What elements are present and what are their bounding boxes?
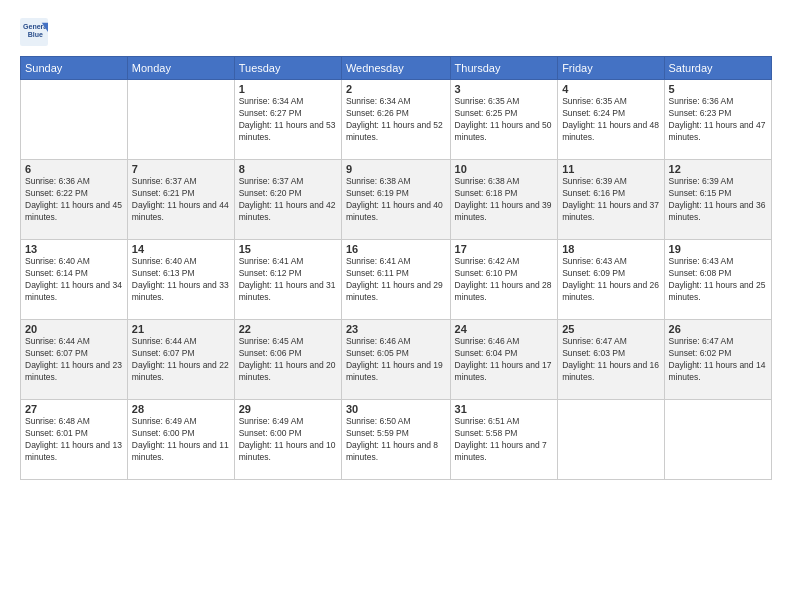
calendar-cell: 10Sunrise: 6:38 AM Sunset: 6:18 PM Dayli… xyxy=(450,160,558,240)
page-header: General Blue xyxy=(20,18,772,46)
day-number: 18 xyxy=(562,243,659,255)
calendar-cell: 16Sunrise: 6:41 AM Sunset: 6:11 PM Dayli… xyxy=(341,240,450,320)
svg-text:Blue: Blue xyxy=(28,31,43,38)
calendar-cell: 8Sunrise: 6:37 AM Sunset: 6:20 PM Daylig… xyxy=(234,160,341,240)
calendar-cell: 30Sunrise: 6:50 AM Sunset: 5:59 PM Dayli… xyxy=(341,400,450,480)
day-info: Sunrise: 6:44 AM Sunset: 6:07 PM Dayligh… xyxy=(25,336,123,384)
day-number: 28 xyxy=(132,403,230,415)
day-info: Sunrise: 6:37 AM Sunset: 6:20 PM Dayligh… xyxy=(239,176,337,224)
calendar-cell: 14Sunrise: 6:40 AM Sunset: 6:13 PM Dayli… xyxy=(127,240,234,320)
day-number: 5 xyxy=(669,83,767,95)
day-info: Sunrise: 6:36 AM Sunset: 6:23 PM Dayligh… xyxy=(669,96,767,144)
day-info: Sunrise: 6:34 AM Sunset: 6:26 PM Dayligh… xyxy=(346,96,446,144)
day-number: 30 xyxy=(346,403,446,415)
day-info: Sunrise: 6:46 AM Sunset: 6:04 PM Dayligh… xyxy=(455,336,554,384)
calendar-cell: 13Sunrise: 6:40 AM Sunset: 6:14 PM Dayli… xyxy=(21,240,128,320)
day-number: 11 xyxy=(562,163,659,175)
day-info: Sunrise: 6:34 AM Sunset: 6:27 PM Dayligh… xyxy=(239,96,337,144)
logo-icon: General Blue xyxy=(20,18,48,46)
weekday-header: Thursday xyxy=(450,57,558,80)
calendar-cell: 27Sunrise: 6:48 AM Sunset: 6:01 PM Dayli… xyxy=(21,400,128,480)
day-number: 26 xyxy=(669,323,767,335)
day-info: Sunrise: 6:38 AM Sunset: 6:18 PM Dayligh… xyxy=(455,176,554,224)
calendar-cell: 18Sunrise: 6:43 AM Sunset: 6:09 PM Dayli… xyxy=(558,240,664,320)
day-info: Sunrise: 6:35 AM Sunset: 6:25 PM Dayligh… xyxy=(455,96,554,144)
calendar-cell xyxy=(21,80,128,160)
day-number: 8 xyxy=(239,163,337,175)
day-number: 14 xyxy=(132,243,230,255)
calendar-cell: 22Sunrise: 6:45 AM Sunset: 6:06 PM Dayli… xyxy=(234,320,341,400)
day-info: Sunrise: 6:40 AM Sunset: 6:14 PM Dayligh… xyxy=(25,256,123,304)
day-info: Sunrise: 6:39 AM Sunset: 6:15 PM Dayligh… xyxy=(669,176,767,224)
day-number: 31 xyxy=(455,403,554,415)
calendar-cell: 17Sunrise: 6:42 AM Sunset: 6:10 PM Dayli… xyxy=(450,240,558,320)
day-number: 7 xyxy=(132,163,230,175)
day-number: 2 xyxy=(346,83,446,95)
calendar-week-row: 1Sunrise: 6:34 AM Sunset: 6:27 PM Daylig… xyxy=(21,80,772,160)
calendar-cell: 15Sunrise: 6:41 AM Sunset: 6:12 PM Dayli… xyxy=(234,240,341,320)
day-info: Sunrise: 6:35 AM Sunset: 6:24 PM Dayligh… xyxy=(562,96,659,144)
calendar-cell: 3Sunrise: 6:35 AM Sunset: 6:25 PM Daylig… xyxy=(450,80,558,160)
day-info: Sunrise: 6:49 AM Sunset: 6:00 PM Dayligh… xyxy=(132,416,230,464)
calendar-week-row: 20Sunrise: 6:44 AM Sunset: 6:07 PM Dayli… xyxy=(21,320,772,400)
calendar-week-row: 6Sunrise: 6:36 AM Sunset: 6:22 PM Daylig… xyxy=(21,160,772,240)
calendar-cell: 19Sunrise: 6:43 AM Sunset: 6:08 PM Dayli… xyxy=(664,240,771,320)
day-info: Sunrise: 6:47 AM Sunset: 6:02 PM Dayligh… xyxy=(669,336,767,384)
calendar-cell: 23Sunrise: 6:46 AM Sunset: 6:05 PM Dayli… xyxy=(341,320,450,400)
day-info: Sunrise: 6:41 AM Sunset: 6:11 PM Dayligh… xyxy=(346,256,446,304)
day-info: Sunrise: 6:44 AM Sunset: 6:07 PM Dayligh… xyxy=(132,336,230,384)
calendar-cell: 28Sunrise: 6:49 AM Sunset: 6:00 PM Dayli… xyxy=(127,400,234,480)
calendar-cell: 26Sunrise: 6:47 AM Sunset: 6:02 PM Dayli… xyxy=(664,320,771,400)
day-number: 9 xyxy=(346,163,446,175)
day-number: 17 xyxy=(455,243,554,255)
day-info: Sunrise: 6:46 AM Sunset: 6:05 PM Dayligh… xyxy=(346,336,446,384)
day-info: Sunrise: 6:36 AM Sunset: 6:22 PM Dayligh… xyxy=(25,176,123,224)
calendar-week-row: 27Sunrise: 6:48 AM Sunset: 6:01 PM Dayli… xyxy=(21,400,772,480)
calendar-table: SundayMondayTuesdayWednesdayThursdayFrid… xyxy=(20,56,772,480)
day-number: 16 xyxy=(346,243,446,255)
day-number: 19 xyxy=(669,243,767,255)
calendar-cell: 9Sunrise: 6:38 AM Sunset: 6:19 PM Daylig… xyxy=(341,160,450,240)
day-info: Sunrise: 6:41 AM Sunset: 6:12 PM Dayligh… xyxy=(239,256,337,304)
day-info: Sunrise: 6:43 AM Sunset: 6:08 PM Dayligh… xyxy=(669,256,767,304)
day-number: 6 xyxy=(25,163,123,175)
day-number: 23 xyxy=(346,323,446,335)
day-number: 10 xyxy=(455,163,554,175)
calendar-cell: 6Sunrise: 6:36 AM Sunset: 6:22 PM Daylig… xyxy=(21,160,128,240)
calendar-cell: 24Sunrise: 6:46 AM Sunset: 6:04 PM Dayli… xyxy=(450,320,558,400)
day-info: Sunrise: 6:48 AM Sunset: 6:01 PM Dayligh… xyxy=(25,416,123,464)
weekday-header: Sunday xyxy=(21,57,128,80)
calendar-cell xyxy=(127,80,234,160)
calendar-cell: 7Sunrise: 6:37 AM Sunset: 6:21 PM Daylig… xyxy=(127,160,234,240)
weekday-header: Wednesday xyxy=(341,57,450,80)
day-number: 21 xyxy=(132,323,230,335)
logo: General Blue xyxy=(20,18,52,46)
weekday-header: Monday xyxy=(127,57,234,80)
day-number: 24 xyxy=(455,323,554,335)
calendar-cell: 25Sunrise: 6:47 AM Sunset: 6:03 PM Dayli… xyxy=(558,320,664,400)
day-info: Sunrise: 6:38 AM Sunset: 6:19 PM Dayligh… xyxy=(346,176,446,224)
day-info: Sunrise: 6:43 AM Sunset: 6:09 PM Dayligh… xyxy=(562,256,659,304)
day-info: Sunrise: 6:37 AM Sunset: 6:21 PM Dayligh… xyxy=(132,176,230,224)
day-number: 15 xyxy=(239,243,337,255)
day-info: Sunrise: 6:47 AM Sunset: 6:03 PM Dayligh… xyxy=(562,336,659,384)
day-info: Sunrise: 6:42 AM Sunset: 6:10 PM Dayligh… xyxy=(455,256,554,304)
calendar-cell xyxy=(664,400,771,480)
calendar-cell: 12Sunrise: 6:39 AM Sunset: 6:15 PM Dayli… xyxy=(664,160,771,240)
day-number: 29 xyxy=(239,403,337,415)
day-number: 25 xyxy=(562,323,659,335)
calendar-cell: 1Sunrise: 6:34 AM Sunset: 6:27 PM Daylig… xyxy=(234,80,341,160)
calendar-cell: 4Sunrise: 6:35 AM Sunset: 6:24 PM Daylig… xyxy=(558,80,664,160)
day-number: 27 xyxy=(25,403,123,415)
day-number: 20 xyxy=(25,323,123,335)
calendar-cell: 5Sunrise: 6:36 AM Sunset: 6:23 PM Daylig… xyxy=(664,80,771,160)
day-info: Sunrise: 6:45 AM Sunset: 6:06 PM Dayligh… xyxy=(239,336,337,384)
calendar-cell xyxy=(558,400,664,480)
calendar-cell: 21Sunrise: 6:44 AM Sunset: 6:07 PM Dayli… xyxy=(127,320,234,400)
calendar-cell: 29Sunrise: 6:49 AM Sunset: 6:00 PM Dayli… xyxy=(234,400,341,480)
day-number: 4 xyxy=(562,83,659,95)
weekday-header: Tuesday xyxy=(234,57,341,80)
day-number: 12 xyxy=(669,163,767,175)
calendar-cell: 2Sunrise: 6:34 AM Sunset: 6:26 PM Daylig… xyxy=(341,80,450,160)
calendar-header-row: SundayMondayTuesdayWednesdayThursdayFrid… xyxy=(21,57,772,80)
